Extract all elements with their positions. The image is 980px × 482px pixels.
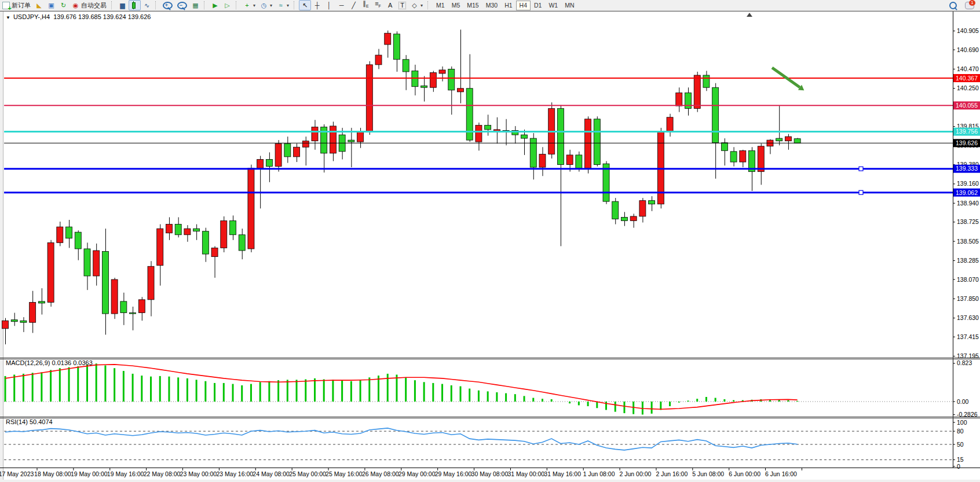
current-price-line-price-badge-label: 139.626 [956, 139, 978, 146]
candle-body [539, 154, 546, 167]
price-axis-tick-label: 138.505 [957, 238, 979, 245]
candle-body [585, 119, 591, 168]
candle-body [230, 220, 236, 234]
candle-body [676, 93, 682, 106]
rsi-axis-label: 0 [957, 463, 960, 470]
candle-body [248, 168, 254, 249]
price-axis-tick-label: 140.470 [957, 65, 979, 72]
candle-body [448, 69, 455, 90]
candle-body [257, 159, 264, 168]
time-axis-label: 31 May 00:00 [507, 470, 544, 477]
candle-body [485, 125, 491, 130]
candle-body [348, 140, 354, 142]
candle-body [476, 125, 482, 142]
candle-body [439, 70, 445, 73]
candle-body [2, 321, 9, 329]
time-axis-label: 19 May 16:00 [107, 470, 144, 477]
time-axis-label: 25 May 00:00 [289, 470, 326, 477]
time-axis-label: 24 May 08:00 [253, 470, 290, 477]
candle-body [111, 279, 118, 314]
price-axis-tick-label: 137.630 [957, 314, 979, 321]
rsi-axis-label: 15 [957, 456, 964, 463]
price-axis-tick-label: 140.905 [957, 27, 979, 34]
candle-body [84, 249, 90, 276]
time-axis-label: 30 May 08:00 [471, 470, 509, 477]
candle-body [66, 227, 72, 238]
candle-body [694, 75, 700, 109]
candle-body [612, 201, 619, 219]
candle-body [712, 87, 719, 142]
candle-body [730, 152, 737, 162]
candle-body [430, 72, 436, 87]
candle-body [621, 217, 627, 220]
support-line-2-handle[interactable] [859, 190, 863, 194]
chart-shift-marker[interactable] [747, 13, 752, 17]
candle-body [566, 155, 573, 165]
candle-body [184, 229, 191, 235]
candle-body [202, 231, 209, 254]
candle-body [794, 139, 800, 144]
candle-body [166, 225, 172, 233]
time-axis-label: 19 May 00:00 [71, 470, 108, 477]
candle-body [221, 220, 227, 248]
time-axis-label: 6 Jun 16:00 [765, 470, 797, 477]
candle-body [393, 34, 400, 60]
candle-body [330, 126, 336, 153]
arrow-annotation[interactable] [772, 68, 800, 87]
support-line-1-handle[interactable] [859, 167, 863, 171]
time-axis-label: 26 May 08:00 [362, 470, 399, 477]
candle-body [302, 141, 309, 148]
candle-body [239, 235, 245, 251]
time-axis-label: 5 Jun 08:00 [692, 470, 724, 477]
time-axis-label: 18 May 08:00 [34, 470, 71, 477]
candle-body [47, 242, 54, 302]
candle-body [421, 86, 427, 87]
chart-canvas: 140.905140.690140.470140.250140.035139.8… [0, 0, 980, 482]
support-line-2-price-badge-label: 139.062 [956, 189, 978, 196]
candle-body [667, 117, 673, 131]
time-axis-label: 6 Jun 00:00 [729, 470, 760, 477]
time-axis-label: 31 May 16:00 [544, 470, 581, 477]
candle-body [148, 266, 154, 300]
candle-body [557, 109, 564, 165]
price-axis-tick-label: 140.250 [957, 84, 979, 91]
candle-body [758, 146, 764, 172]
candle-body [521, 135, 528, 138]
candle-body [649, 201, 655, 204]
resistance-line-1-price-badge-label: 140.367 [956, 75, 978, 82]
candle-body [458, 89, 464, 92]
price-axis-tick-label: 137.195 [957, 352, 979, 359]
candle-body [30, 302, 36, 322]
mt4-application-window: +新订单◣▣↻◉自动交易▆∿+−▦▶▷+▾◷▾≈▾↖┼│─╱∥E≡FAT◇▾M1… [0, 0, 980, 482]
candle-body [685, 93, 692, 108]
price-axis-tick-label: 139.160 [957, 180, 979, 187]
support-line-1-price-badge-label: 139.333 [956, 165, 978, 172]
candle-body [530, 138, 536, 167]
chart-collapse-icon[interactable]: ▼ [6, 15, 10, 20]
macd-axis-label: 0.823 [957, 359, 972, 366]
candle-body [120, 301, 127, 313]
candle-body [357, 131, 364, 142]
time-axis-label: 17 May 2023 [0, 470, 34, 477]
candle-body [193, 229, 200, 231]
candle-body [740, 150, 746, 162]
candle-body [785, 137, 791, 141]
candle-body [57, 227, 63, 242]
candle-body [375, 55, 382, 65]
rsi-line [5, 428, 798, 450]
time-axis-label: 29 May 00:00 [398, 470, 436, 477]
time-axis-label: 22 May 08:00 [144, 470, 181, 477]
rsi-axis-label: 50 [957, 441, 964, 448]
candle-body [11, 320, 17, 322]
macd-indicator-label: MACD(12,26,9) 0.0136 0.0363 [6, 359, 93, 366]
rsi-indicator-label: RSI(14) 50.4074 [6, 418, 53, 425]
candle-body [385, 33, 391, 45]
price-axis-tick-label: 137.415 [957, 333, 979, 340]
candle-body [594, 119, 600, 165]
candle-body [776, 138, 782, 141]
candle-body [721, 143, 727, 151]
price-axis-tick-label: 140.690 [957, 46, 979, 53]
candle-body [38, 301, 45, 303]
price-axis-tick-label: 138.940 [957, 200, 979, 207]
candle-body [403, 60, 409, 72]
